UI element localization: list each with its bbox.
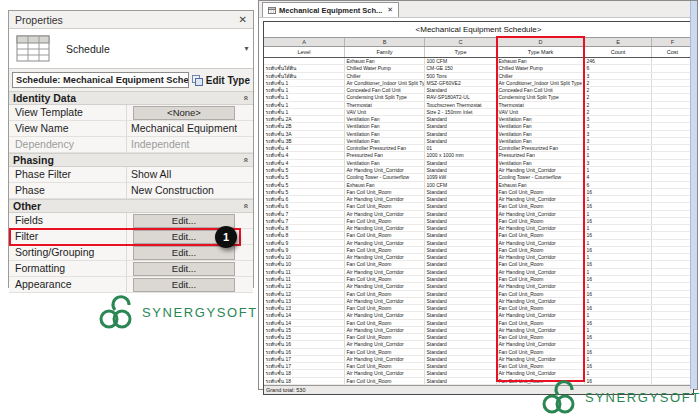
cell-family[interactable]: Fan Coil Unit_Room <box>345 291 425 297</box>
cell-cost[interactable] <box>652 349 693 355</box>
cell-type-mark[interactable]: Pressurized Fan <box>497 152 585 158</box>
cell-level[interactable]: ระดับชั้น 13 <box>264 305 345 311</box>
cell-cost[interactable] <box>652 283 693 289</box>
cell-cost[interactable] <box>652 211 693 217</box>
cell-level[interactable]: ระดับชั้น 8 <box>264 225 345 231</box>
cell-count[interactable]: 1 <box>585 254 652 260</box>
cell-type-mark[interactable]: Fan Coil Unit_Room <box>497 320 585 326</box>
cell-family[interactable]: Air Handing Unit_Corridor <box>345 240 425 246</box>
cell-family[interactable]: Exhaust Fan <box>345 58 425 64</box>
cell-type-mark[interactable]: Air Handing Unit_Corridor <box>497 356 585 362</box>
cell-count[interactable]: 3 <box>585 160 652 166</box>
cell-family[interactable]: Fan Coil Unit_Room <box>345 203 425 209</box>
cell-type[interactable]: Standard <box>425 167 497 173</box>
cell-type[interactable]: Standard <box>425 138 497 144</box>
cell-count[interactable]: 6 <box>585 65 652 71</box>
cell-type-mark[interactable]: Fan Coil Unit_Room <box>497 363 585 369</box>
cell-family[interactable]: Thermostat <box>345 102 425 108</box>
cell-level[interactable]: ระดับชั้น 12 <box>264 283 345 289</box>
cell-family[interactable]: Air Handing Unit_Corridor <box>345 225 425 231</box>
cell-level[interactable]: ระดับชั้น 5 <box>264 189 345 195</box>
cell-count[interactable]: 16 <box>585 320 652 326</box>
cell-family[interactable]: Cooling Tower - Counterflow <box>345 174 425 180</box>
cell-type[interactable]: Standard <box>425 189 497 195</box>
cell-family[interactable]: Controller Pressurized Fan <box>345 145 425 151</box>
cell-cost[interactable] <box>652 160 693 166</box>
cell-count[interactable]: 16 <box>585 276 652 282</box>
cell-level[interactable]: ระดับชั้น 2A <box>264 116 345 122</box>
collapse-section-icon[interactable]: « <box>240 95 250 100</box>
cell-cost[interactable] <box>652 240 693 246</box>
cell-cost[interactable] <box>652 203 693 209</box>
cell-level[interactable] <box>264 58 345 64</box>
cell-family[interactable]: Concealed Fan Coil Unit <box>345 87 425 93</box>
cell-cost[interactable] <box>652 87 693 93</box>
cell-type-mark[interactable]: Fan Coil Unit_Room <box>497 218 585 224</box>
cell-type[interactable]: Standard <box>425 283 497 289</box>
cell-cost[interactable] <box>652 276 693 282</box>
cell-type-mark[interactable]: Air Handing Unit_Corridor <box>497 211 585 217</box>
cell-level[interactable]: ระดับชั้น 14 <box>264 320 345 326</box>
cell-count[interactable]: 2 <box>585 80 652 86</box>
cell-family[interactable]: VAV Unit <box>345 109 425 115</box>
cell-type[interactable]: MSZ-GF60VE2 <box>425 80 497 86</box>
cell-type[interactable]: Standard <box>425 334 497 340</box>
cell-type-mark[interactable]: Air Handing Unit_Corridor <box>497 269 585 275</box>
cell-count[interactable]: 2 <box>585 87 652 93</box>
cell-type-mark[interactable]: Air Handing Unit_Corridor <box>497 254 585 260</box>
cell-cost[interactable] <box>652 363 693 369</box>
cell-family[interactable]: Air Handing Unit_Corridor <box>345 312 425 318</box>
cell-family[interactable]: Air Handing Unit_Corridor <box>345 254 425 260</box>
prop-value-text[interactable]: Independent <box>131 137 189 152</box>
column-header-type-mark[interactable]: Type Mark <box>497 47 585 57</box>
cell-cost[interactable] <box>652 145 693 151</box>
vertical-scrollbar[interactable] <box>690 1 697 389</box>
cell-family[interactable]: Fan Coil Unit_Room <box>345 232 425 238</box>
cell-cost[interactable] <box>652 73 693 79</box>
cell-type[interactable]: Standard <box>425 232 497 238</box>
cell-family[interactable]: Ventilation Fan <box>345 160 425 166</box>
cell-type-mark[interactable]: Air Handing Unit_Corridor <box>497 240 585 246</box>
cell-type-mark[interactable]: Air Handing Unit_Corridor <box>497 196 585 202</box>
cell-cost[interactable] <box>652 109 693 115</box>
cell-type[interactable]: Standard <box>425 356 497 362</box>
cell-level[interactable]: ระดับชั้น 18 <box>264 378 345 384</box>
prop-value-text[interactable]: Mechanical Equipment Sch... <box>131 121 237 136</box>
cell-type[interactable]: Standard <box>425 378 497 384</box>
cell-family[interactable]: Air Handing Unit_Corridor <box>345 283 425 289</box>
cell-type-mark[interactable]: Fan Coil Unit_Room <box>497 203 585 209</box>
cell-type[interactable]: 1099 kW <box>425 174 497 180</box>
cell-family[interactable]: Ventilation Fan <box>345 123 425 129</box>
edit-type-button[interactable]: Edit Type <box>192 75 250 86</box>
cell-family[interactable]: Fan Coil Unit_Room <box>345 378 425 384</box>
cell-cost[interactable] <box>652 312 693 318</box>
cell-count[interactable]: 2 <box>585 102 652 108</box>
cell-level[interactable]: ระดับชั้น 4 <box>264 160 345 166</box>
cell-type-mark[interactable]: Thermostat <box>497 102 585 108</box>
cell-count[interactable]: 1 <box>585 152 652 158</box>
chevron-down-icon[interactable]: ▾ <box>240 29 253 68</box>
cell-family[interactable]: Air Handing Unit_Corridor <box>345 211 425 217</box>
cell-family[interactable]: Fan Coil Unit_Room <box>345 261 425 267</box>
cell-level[interactable]: ระดับชั้น 15 <box>264 334 345 340</box>
column-header-cost[interactable]: Cost <box>652 47 693 57</box>
cell-level[interactable]: ระดับชั้นใต้ดิน <box>264 65 345 71</box>
cell-type-mark[interactable]: Exhaust Fan <box>497 182 585 188</box>
cell-count[interactable]: 1 <box>585 283 652 289</box>
cell-type-mark[interactable]: Fan Coil Unit_Room <box>497 232 585 238</box>
type-selector[interactable]: Schedule ▾ <box>9 28 253 69</box>
cell-type[interactable]: Standard <box>425 254 497 260</box>
cell-type[interactable]: Standard <box>425 276 497 282</box>
formatting-edit-button[interactable]: Edit... <box>133 262 235 276</box>
cell-cost[interactable] <box>652 334 693 340</box>
cell-family[interactable]: Air Handing Unit_Corridor <box>345 356 425 362</box>
cell-type[interactable]: Standard <box>425 327 497 333</box>
cell-type-mark[interactable]: Ventilation Fan <box>497 160 585 166</box>
cell-level[interactable]: ระดับชั้น 5 <box>264 174 345 180</box>
cell-type[interactable]: Standard <box>425 291 497 297</box>
cell-family[interactable]: Fan Coil Unit_Room <box>345 247 425 253</box>
cell-level[interactable]: ระดับชั้น 2B <box>264 123 345 129</box>
cell-type[interactable]: 100 CFM <box>425 58 497 64</box>
cell-count[interactable]: 16 <box>585 261 652 267</box>
cell-type[interactable]: 100 CFM <box>425 182 497 188</box>
